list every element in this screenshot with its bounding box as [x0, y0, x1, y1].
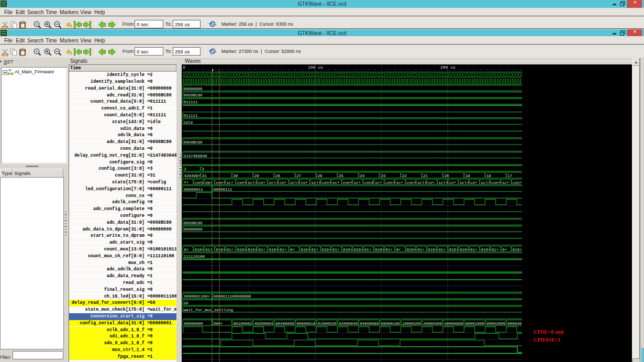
svg-text:01+: 01+	[311, 248, 318, 252]
svg-text:01+: 01+	[385, 248, 393, 252]
svg-text:2147483648: 2147483648	[184, 154, 207, 158]
svg-text:30: 30	[233, 174, 238, 178]
svg-text:con+: con+	[343, 181, 353, 185]
svg-text:01+: 01+	[258, 248, 265, 252]
svg-text:23: 23	[381, 174, 386, 178]
svg-text:0050BC80: 0050BC80	[184, 93, 203, 97]
svg-text:scl+: scl+	[460, 181, 470, 185]
svg-text:21: 21	[423, 174, 428, 178]
svg-text:18: 18	[486, 174, 491, 178]
svg-text:01+: 01+	[332, 248, 340, 252]
svg-text:f+: f+	[184, 181, 189, 185]
svg-text:01+: 01+	[438, 248, 446, 252]
svg-text:22: 22	[402, 174, 407, 178]
svg-text:28: 28	[275, 174, 280, 178]
svg-text:0+: 0+	[290, 248, 295, 252]
svg-text:01+: 01+	[226, 248, 234, 252]
svg-text:0+: 0+	[184, 248, 189, 252]
svg-text:00000000: 00000000	[184, 87, 203, 91]
svg-text:co+: co+	[470, 181, 478, 185]
svg-text:2: 2	[184, 167, 186, 171]
svg-text:29: 29	[254, 174, 259, 178]
svg-text:01000020: 01000020	[318, 322, 337, 326]
svg-text:scl+: scl+	[481, 181, 491, 185]
svg-text:wait_for_mux_settling: wait_for_mux_settling	[184, 308, 234, 312]
svg-text:50: 50	[184, 301, 189, 305]
svg-text:con+: con+	[237, 181, 247, 185]
svg-text:10000200: 10000200	[402, 322, 421, 326]
svg-text:25: 25	[339, 174, 344, 178]
svg-text:010+: 010+	[513, 248, 523, 252]
svg-text:da+: da+	[205, 181, 213, 185]
svg-text:00800010: 00800010	[296, 322, 316, 326]
svg-text:sc+: sc+	[353, 181, 361, 185]
svg-text:00000000: 00000000	[184, 322, 203, 326]
svg-text:0050BC80: 0050BC80	[184, 140, 203, 145]
svg-text:04000080: 04000080	[360, 322, 379, 326]
svg-text:010+: 010+	[322, 248, 332, 252]
svg-text:010+: 010+	[407, 248, 417, 252]
svg-text:D00+: D00+	[213, 322, 223, 326]
svg-text:011111: 011111	[184, 114, 198, 118]
svg-text:scl+: scl+	[248, 181, 258, 185]
svg-text:sc+: sc+	[396, 181, 403, 185]
svg-text:con+: con+	[216, 181, 226, 185]
svg-text:sc+: sc+	[502, 181, 509, 185]
svg-text:80001000: 80001000	[465, 322, 485, 326]
svg-text:sc+: sc+	[226, 181, 234, 185]
svg-text:co+: co+	[428, 181, 435, 185]
svg-text:011111: 011111	[184, 100, 198, 104]
svg-text:3: 3	[202, 167, 204, 171]
svg-text:20: 20	[444, 174, 449, 178]
svg-text:111110100: 111110100	[184, 255, 205, 259]
svg-text:010+: 010+	[237, 248, 247, 252]
svg-text:00000111: 00000111	[213, 188, 232, 192]
svg-text:con+: con+	[513, 181, 523, 185]
svg-text:010+: 010+	[248, 248, 258, 252]
svg-text:00002000: 00002000	[486, 322, 506, 326]
svg-text:0050BC80: 0050BC80	[184, 221, 203, 225]
svg-text:scl+: scl+	[417, 181, 427, 185]
svg-text:01+: 01+	[280, 248, 287, 252]
svg-text:cont: cont	[195, 181, 204, 185]
svg-text:010+: 010+	[216, 248, 226, 252]
svg-text:sc+: sc+	[332, 181, 340, 185]
svg-text:27: 27	[296, 174, 301, 178]
svg-text:con+: con+	[492, 181, 502, 185]
svg-text:00000011: 00000011	[184, 188, 203, 192]
svg-text:24: 24	[360, 174, 365, 178]
svg-text:scl+: scl+	[311, 181, 321, 185]
svg-text:010+: 010+	[375, 248, 385, 252]
svg-text:20000400: 20000400	[423, 322, 442, 326]
svg-text:scl+: scl+	[438, 181, 448, 185]
svg-text:26: 26	[318, 174, 323, 178]
svg-text:scl+: scl+	[269, 181, 279, 185]
svg-text:co+: co+	[301, 181, 308, 185]
svg-text:17: 17	[507, 174, 512, 178]
svg-text:0+: 0+	[502, 248, 507, 252]
svg-text:01+: 01+	[205, 248, 213, 252]
svg-text:02000040: 02000040	[339, 322, 358, 326]
svg-text:01+: 01+	[417, 248, 425, 252]
svg-text:0+: 0+	[396, 248, 401, 252]
svg-text:01+: 01+	[364, 248, 372, 252]
svg-text:0000011100000000: 0000011100000000	[213, 294, 251, 299]
svg-text:08000100: 08000100	[381, 322, 401, 326]
svg-text:co+: co+	[258, 181, 265, 185]
svg-text:000040: 000040	[507, 322, 522, 326]
svg-text:010+: 010+	[449, 248, 459, 252]
svg-text:010+: 010+	[269, 248, 279, 252]
svg-text:80400008: 80400008	[275, 322, 294, 326]
svg-text:co+: co+	[449, 181, 457, 185]
svg-text:0: 0	[183, 65, 185, 70]
svg-text:31: 31	[202, 174, 207, 178]
svg-text:100 us: 100 us	[308, 65, 323, 70]
svg-text:40200004: 40200004	[254, 322, 274, 326]
svg-text:co+: co+	[280, 181, 287, 185]
svg-text:01+: 01+	[492, 248, 499, 252]
svg-text:40000800: 40000800	[444, 322, 463, 326]
svg-text:010+: 010+	[301, 248, 310, 252]
svg-text:01+: 01+	[470, 248, 478, 252]
svg-text:idle: idle	[184, 120, 193, 125]
svg-text:010+: 010+	[343, 248, 353, 252]
